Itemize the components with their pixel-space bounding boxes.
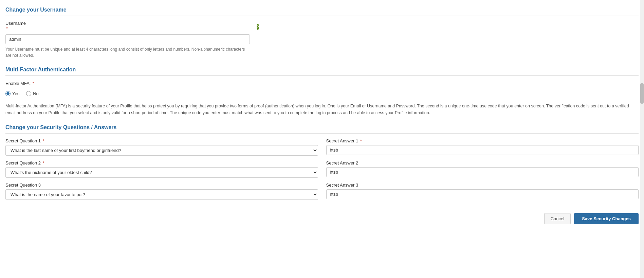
question2-label: Secret Question 2 * <box>5 160 318 166</box>
answer3-label: Secret Answer 3 <box>326 183 639 188</box>
question1-group: Secret Question 1 * What is the last nam… <box>5 138 318 156</box>
question1-label: Secret Question 1 * <box>5 138 318 143</box>
answer3-input[interactable] <box>326 189 639 199</box>
security-questions-section: Change your Security Questions / Answers… <box>5 124 639 200</box>
username-required-star: * <box>6 26 8 31</box>
answer3-group: Secret Answer 3 <box>326 183 639 200</box>
question2-group: Secret Question 2 * What is the last nam… <box>5 160 318 178</box>
question3-label: Secret Question 3 <box>5 183 318 188</box>
username-input[interactable] <box>5 34 250 44</box>
mfa-yes-radio[interactable] <box>5 91 11 96</box>
answer2-label: Secret Answer 2 <box>326 160 639 166</box>
mfa-required-star: * <box>31 81 34 86</box>
answer1-label: Secret Answer 1 * <box>326 138 639 143</box>
mfa-no-radio[interactable] <box>26 91 31 96</box>
question3-group: Secret Question 3 What is the last name … <box>5 183 318 200</box>
security-row-2: Secret Question 2 * What is the last nam… <box>5 160 639 178</box>
username-section-title: Change your Username <box>5 7 639 16</box>
question3-select[interactable]: What is the last name of your first boyf… <box>5 189 318 200</box>
security-row-1: Secret Question 1 * What is the last nam… <box>5 138 639 156</box>
mfa-no-option[interactable]: No <box>26 91 39 96</box>
question1-select[interactable]: What is the last name of your first boyf… <box>5 145 318 156</box>
mfa-section-title: Multi-Factor Authentication <box>5 67 639 76</box>
mfa-label: Enable MFA: * <box>5 81 34 86</box>
scrollbar-track <box>640 0 644 231</box>
answer1-input[interactable] <box>326 145 639 155</box>
answer2-input[interactable] <box>326 167 639 177</box>
mfa-description: Multi-factor Authentication (MFA) is a s… <box>5 103 639 116</box>
answer1-group: Secret Answer 1 * <box>326 138 639 156</box>
button-row: Cancel Save Security Changes <box>5 208 639 224</box>
username-section: Change your Username Username * ? Your U… <box>5 7 639 58</box>
q2-required-star: * <box>41 160 44 166</box>
username-hint: Your Username must be unique and at leas… <box>5 46 250 58</box>
answer2-group: Secret Answer 2 <box>326 160 639 178</box>
mfa-yes-option[interactable]: Yes <box>5 91 19 96</box>
security-section-title: Change your Security Questions / Answers <box>5 124 639 134</box>
mfa-label-row: Enable MFA: * <box>5 81 639 88</box>
save-security-button[interactable]: Save Security Changes <box>574 213 639 224</box>
a1-required-star: * <box>359 138 362 143</box>
username-info-icon[interactable]: ? <box>257 24 259 30</box>
mfa-radio-group: Yes No <box>5 91 639 98</box>
mfa-yes-label: Yes <box>12 91 19 96</box>
q1-required-star: * <box>41 138 44 143</box>
mfa-section: Multi-Factor Authentication Enable MFA: … <box>5 67 639 116</box>
cancel-button[interactable]: Cancel <box>544 213 571 224</box>
security-row-3: Secret Question 3 What is the last name … <box>5 183 639 200</box>
username-label: Username * <box>5 21 26 31</box>
question2-select[interactable]: What is the last name of your first boyf… <box>5 167 318 178</box>
scrollbar-thumb[interactable] <box>640 83 644 104</box>
mfa-no-label: No <box>33 91 39 96</box>
